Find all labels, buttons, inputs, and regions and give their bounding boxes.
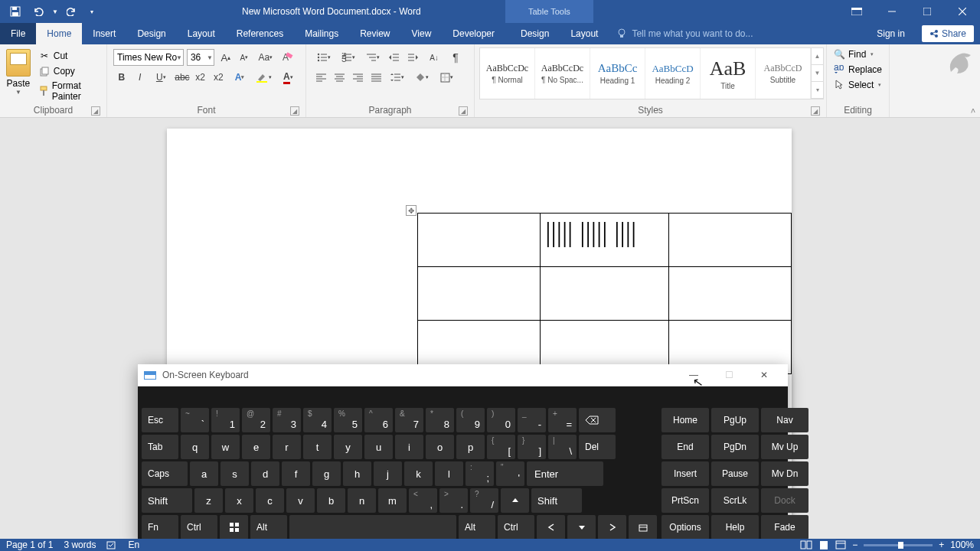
status-words[interactable]: 3 words	[64, 540, 96, 550]
italic-button[interactable]: I	[132, 69, 149, 86]
key-0[interactable]: )0	[487, 408, 515, 432]
font-name-combo[interactable]: Times New Ro	[113, 49, 184, 66]
key-fn[interactable]: Fn	[142, 515, 178, 540]
key-j[interactable]: j	[374, 461, 402, 486]
font-color-button[interactable]: A▾	[276, 69, 299, 86]
key-pgup[interactable]: PgUp	[711, 408, 759, 432]
line-spacing-button[interactable]: ▾	[386, 69, 409, 86]
paste-button[interactable]: Paste ▼	[5, 47, 32, 103]
key-help[interactable]: Help	[711, 515, 759, 540]
key-mvdn[interactable]: Mv Dn	[761, 461, 808, 486]
sign-in-link[interactable]: Sign in	[866, 23, 916, 44]
key-h[interactable]: h	[343, 461, 371, 486]
key-3[interactable]: #3	[273, 408, 301, 432]
key-][interactable]: }]	[518, 435, 546, 459]
key-caps[interactable]: Caps	[142, 461, 188, 486]
key-x[interactable]: x	[225, 488, 253, 513]
osk-maximize-button[interactable]: ☐	[711, 364, 746, 386]
table-cell[interactable]	[668, 214, 791, 267]
grow-font-button[interactable]: A▴	[217, 49, 234, 66]
highlight-button[interactable]: ▾	[253, 69, 276, 86]
key-left[interactable]	[537, 515, 565, 540]
key-esc[interactable]: Esc	[142, 408, 178, 432]
multilevel-button[interactable]: ▾	[361, 49, 384, 66]
underline-button[interactable]: U▾	[149, 69, 172, 86]
key-8[interactable]: *8	[426, 408, 454, 432]
tab-developer[interactable]: Developer	[442, 23, 505, 44]
style-item[interactable]: AaBTitle	[701, 48, 756, 99]
key-f[interactable]: f	[282, 461, 310, 486]
key-r[interactable]: r	[273, 435, 301, 459]
tab-references[interactable]: References	[226, 23, 294, 44]
key-mvup[interactable]: Mv Up	[761, 435, 808, 459]
key-a[interactable]: a	[190, 461, 218, 486]
key-u[interactable]: u	[364, 435, 393, 459]
zoom-slider[interactable]	[864, 544, 933, 546]
key-menu[interactable]	[629, 515, 657, 540]
numbering-button[interactable]: 123▾	[337, 49, 360, 66]
tab-layout[interactable]: Layout	[177, 23, 226, 44]
tab-file[interactable]: File	[0, 23, 36, 44]
redo-icon[interactable]	[61, 1, 83, 22]
key-y[interactable]: y	[334, 435, 362, 459]
key-pause[interactable]: Pause	[711, 461, 759, 486]
bullets-button[interactable]: ▾	[312, 49, 335, 66]
style-item[interactable]: AaBbCcDc¶ Normal	[480, 48, 535, 99]
borders-button[interactable]: ▾	[435, 69, 458, 86]
align-right-button[interactable]	[349, 69, 366, 86]
osk-titlebar[interactable]: On-Screen Keyboard — ☐ ✕	[138, 364, 788, 386]
bold-button[interactable]: B	[113, 69, 130, 86]
key-prtscn[interactable]: PrtScn	[662, 488, 709, 513]
style-item[interactable]: AaBbCcDHeading 2	[645, 48, 701, 99]
key-i[interactable]: i	[395, 435, 423, 459]
view-read-icon[interactable]	[800, 540, 812, 549]
align-left-button[interactable]	[312, 69, 329, 86]
save-icon[interactable]	[5, 1, 26, 22]
close-button[interactable]	[945, 0, 980, 23]
decrease-indent-button[interactable]	[386, 49, 403, 66]
table-cell[interactable]: ||||| ||||| ||||	[541, 214, 668, 267]
zoom-out-button[interactable]: −	[852, 540, 858, 550]
superscript-button[interactable]: x2	[210, 69, 227, 86]
table-cell[interactable]	[668, 267, 791, 321]
key-s[interactable]: s	[220, 461, 249, 486]
key-`[interactable]: ~`	[181, 408, 209, 432]
key-home[interactable]: Home	[662, 408, 709, 432]
key-fade[interactable]: Fade	[761, 515, 808, 540]
key-win[interactable]	[220, 515, 248, 540]
osk-close-button[interactable]: ✕	[746, 364, 782, 386]
align-center-button[interactable]	[331, 69, 348, 86]
key-z[interactable]: z	[194, 488, 223, 513]
view-web-icon[interactable]	[835, 540, 846, 549]
sort-button[interactable]: A↓	[423, 49, 446, 66]
status-page[interactable]: Page 1 of 1	[6, 540, 53, 550]
key-alt-left[interactable]: Alt	[250, 515, 287, 540]
key-enter[interactable]: Enter	[527, 461, 603, 486]
tab-table-layout[interactable]: Layout	[560, 23, 609, 44]
undo-icon[interactable]	[28, 1, 49, 22]
key-n[interactable]: n	[348, 488, 376, 513]
osk-minimize-button[interactable]: —	[676, 364, 711, 386]
key-t[interactable]: t	[303, 435, 332, 459]
share-button[interactable]: Share	[922, 25, 974, 42]
tab-review[interactable]: Review	[349, 23, 400, 44]
key-scrlk[interactable]: ScrLk	[711, 488, 759, 513]
ribbon-display-icon[interactable]	[845, 0, 868, 23]
table-cell[interactable]	[541, 267, 668, 321]
key-6[interactable]: ^6	[364, 408, 393, 432]
key--[interactable]: _-	[518, 408, 546, 432]
key-'[interactable]: "'	[496, 461, 524, 486]
strikethrough-button[interactable]: abc	[174, 69, 191, 86]
key-4[interactable]: $4	[303, 408, 332, 432]
table-cell[interactable]	[418, 267, 541, 321]
minimize-button[interactable]	[874, 0, 910, 23]
key-\[interactable]: |\	[548, 435, 577, 459]
status-proofing-icon[interactable]	[106, 540, 117, 549]
copy-button[interactable]: Copy	[35, 64, 102, 78]
key-v[interactable]: v	[286, 488, 315, 513]
key-space[interactable]	[289, 515, 456, 540]
text-effects-button[interactable]: A▾	[228, 69, 251, 86]
zoom-in-button[interactable]: +	[939, 540, 944, 550]
status-language[interactable]: En	[128, 540, 139, 550]
key-d[interactable]: d	[251, 461, 279, 486]
